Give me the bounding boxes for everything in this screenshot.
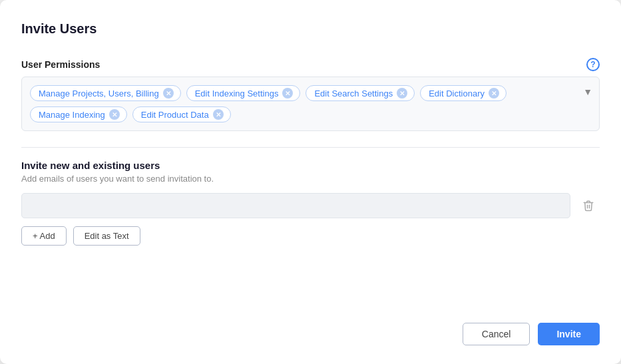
tag-edit-dictionary: Edit Dictionary ✕ [420, 85, 507, 101]
tag-edit-dictionary-remove[interactable]: ✕ [489, 88, 499, 98]
tag-edit-indexing-remove[interactable]: ✕ [282, 88, 293, 98]
modal-footer: Cancel Invite [21, 307, 600, 345]
tag-edit-indexing-label: Edit Indexing Settings [195, 89, 279, 98]
permissions-label: User Permissions [21, 59, 100, 70]
cancel-button[interactable]: Cancel [463, 323, 530, 345]
help-icon[interactable]: ? [586, 58, 600, 71]
permissions-box: Manage Projects, Users, Billing ✕ Edit I… [21, 77, 600, 131]
permissions-tags-row: Manage Projects, Users, Billing ✕ Edit I… [30, 85, 572, 122]
tag-manage-projects: Manage Projects, Users, Billing ✕ [30, 85, 181, 101]
tag-edit-search: Edit Search Settings ✕ [306, 85, 415, 101]
tag-edit-product-label: Edit Product Data [141, 110, 209, 120]
tag-edit-search-remove[interactable]: ✕ [397, 88, 407, 98]
tag-manage-indexing-label: Manage Indexing [39, 110, 105, 120]
tag-manage-projects-label: Manage Projects, Users, Billing [39, 89, 159, 98]
tag-edit-indexing: Edit Indexing Settings ✕ [186, 85, 301, 101]
permissions-dropdown-arrow[interactable]: ▼ [583, 87, 592, 97]
invite-section-title: Invite new and existing users [21, 160, 600, 171]
invite-users-modal: Invite Users User Permissions ? Manage P… [0, 0, 621, 364]
add-button[interactable]: + Add [21, 226, 67, 246]
tag-edit-product-remove[interactable]: ✕ [213, 109, 224, 120]
email-input[interactable] [21, 193, 570, 218]
modal-title: Invite Users [21, 21, 600, 37]
delete-email-button[interactable] [577, 194, 600, 217]
tag-edit-dictionary-label: Edit Dictionary [429, 89, 485, 98]
tag-edit-product: Edit Product Data ✕ [132, 106, 231, 122]
tag-manage-projects-remove[interactable]: ✕ [163, 88, 174, 98]
edit-as-text-button[interactable]: Edit as Text [73, 226, 140, 246]
tag-manage-indexing-remove[interactable]: ✕ [109, 109, 120, 120]
invite-button[interactable]: Invite [538, 323, 600, 345]
add-row: + Add Edit as Text [21, 226, 600, 246]
section-divider [21, 147, 600, 148]
tag-edit-search-label: Edit Search Settings [314, 89, 393, 98]
invite-section-subtitle: Add emails of users you want to send inv… [21, 174, 600, 184]
tag-manage-indexing: Manage Indexing ✕ [30, 106, 127, 122]
permissions-section-header: User Permissions ? [21, 58, 600, 71]
email-input-row [21, 193, 600, 218]
